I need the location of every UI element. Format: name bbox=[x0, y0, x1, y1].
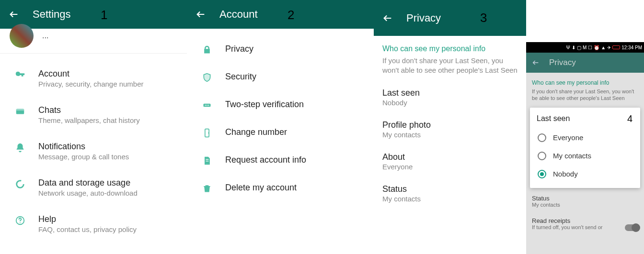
settings-item-account[interactable]: Account Privacy, security, change number bbox=[0, 60, 187, 97]
back-icon[interactable] bbox=[532, 59, 540, 66]
privacy-dialog-screen: Ψ ⬇ ▢ M ☐ ⏰ ▲ ✈ 12:34 PM Privacy Who can… bbox=[526, 0, 644, 254]
data-usage-icon bbox=[10, 178, 31, 189]
privacy-item-read-receipts[interactable]: Read receipts If turned off, you won't s… bbox=[526, 212, 644, 235]
section-note: If you don't share your Last Seen, you w… bbox=[526, 88, 644, 106]
back-icon[interactable] bbox=[9, 9, 19, 20]
svg-rect-1 bbox=[16, 109, 24, 111]
alarm-icon: ⏰ bbox=[594, 45, 599, 50]
lock-icon bbox=[196, 44, 218, 55]
svg-point-7 bbox=[207, 105, 207, 106]
step-number-2: 2 bbox=[288, 8, 294, 22]
option-label: Nobody bbox=[553, 170, 578, 178]
privacy-item-status[interactable]: Status My contacts bbox=[374, 177, 526, 210]
row-title: Account bbox=[38, 69, 177, 79]
option-label: Everyone bbox=[553, 133, 583, 142]
account-item-request-info[interactable]: Request account info bbox=[187, 146, 374, 174]
clock-text: 12:34 PM bbox=[621, 45, 642, 50]
header-privacy-dim: Privacy bbox=[526, 53, 644, 73]
rec-icon: ☐ bbox=[588, 45, 592, 50]
step-number-1: 1 bbox=[101, 8, 107, 22]
privacy-screen: Privacy 3 Who can see my personal info I… bbox=[374, 0, 526, 254]
option-nobody[interactable]: Nobody bbox=[537, 165, 633, 183]
privacy-item-profile-photo[interactable]: Profile photo My contacts bbox=[374, 113, 526, 145]
row-title: Last seen bbox=[382, 88, 518, 98]
help-icon bbox=[10, 214, 31, 226]
account-item-delete[interactable]: Delete my account bbox=[187, 174, 374, 202]
settings-item-help[interactable]: Help FAQ, contact us, privacy policy bbox=[0, 206, 187, 242]
settings-item-chats[interactable]: Chats Theme, wallpapers, chat history bbox=[0, 97, 187, 133]
step-number-3: 3 bbox=[480, 11, 487, 25]
privacy-item-last-seen[interactable]: Last seen Nobody bbox=[374, 81, 526, 113]
header-title: Account bbox=[219, 8, 258, 21]
row-title: Data and storage usage bbox=[38, 178, 177, 188]
phone-swap-icon bbox=[196, 127, 218, 138]
row-title: Help bbox=[38, 214, 177, 224]
account-item-two-step[interactable]: Two-step verification bbox=[187, 91, 374, 119]
svg-rect-10 bbox=[206, 159, 209, 160]
account-screen: Account 2 Privacy Security Two-step veri… bbox=[187, 0, 374, 254]
dialog-title: Last seen bbox=[537, 114, 633, 123]
row-title: Privacy bbox=[225, 44, 364, 54]
profile-status: ... bbox=[42, 32, 48, 40]
row-subtitle: FAQ, contact us, privacy policy bbox=[38, 225, 177, 233]
row-title: Status bbox=[532, 195, 638, 202]
download-icon: ⬇ bbox=[572, 45, 575, 50]
back-icon[interactable] bbox=[382, 13, 393, 23]
option-my-contacts[interactable]: My contacts bbox=[537, 147, 633, 165]
account-item-change-number[interactable]: Change number bbox=[187, 119, 374, 146]
header-account: Account bbox=[187, 0, 374, 29]
header-title: Privacy bbox=[406, 12, 441, 24]
row-title: Request account info bbox=[225, 155, 364, 165]
row-subtitle: Theme, wallpapers, chat history bbox=[38, 116, 177, 124]
pin-icon bbox=[196, 99, 218, 110]
avatar bbox=[10, 24, 34, 48]
row-title: Notifications bbox=[38, 142, 177, 152]
account-item-privacy[interactable]: Privacy bbox=[187, 35, 374, 63]
option-everyone[interactable]: Everyone bbox=[537, 129, 633, 147]
row-title: Security bbox=[225, 72, 364, 82]
psi-icon: Ψ bbox=[566, 45, 570, 50]
account-item-security[interactable]: Security bbox=[187, 63, 374, 91]
svg-point-8 bbox=[208, 105, 209, 106]
key-icon bbox=[10, 69, 31, 80]
row-subtitle: Everyone bbox=[382, 163, 518, 171]
back-icon[interactable] bbox=[196, 9, 206, 20]
privacy-item-status[interactable]: Status My contacts bbox=[526, 190, 644, 212]
svg-point-4 bbox=[20, 222, 21, 223]
radio-icon bbox=[538, 170, 546, 178]
row-subtitle: Privacy, security, change number bbox=[38, 80, 177, 88]
row-title: Two-step verification bbox=[225, 99, 364, 110]
mail-icon: M bbox=[583, 45, 586, 50]
profile-row[interactable]: ... bbox=[0, 29, 187, 54]
bell-icon bbox=[10, 142, 31, 153]
trash-icon bbox=[196, 183, 218, 193]
svg-point-6 bbox=[205, 105, 206, 106]
radio-icon bbox=[538, 133, 546, 142]
row-title: About bbox=[382, 152, 518, 162]
row-subtitle: My contacts bbox=[382, 131, 518, 139]
row-subtitle: Message, group & call tones bbox=[38, 153, 177, 161]
row-subtitle: If turned off, you won't send or bbox=[532, 224, 638, 230]
row-title: Profile photo bbox=[382, 120, 518, 130]
battery-icon bbox=[612, 45, 620, 49]
header-privacy: Privacy bbox=[374, 0, 526, 36]
header-title: Settings bbox=[33, 8, 71, 21]
row-subtitle: My contacts bbox=[382, 195, 518, 203]
section-header: Who can see my personal info bbox=[374, 36, 526, 56]
settings-screen: Settings 1 ... Account Privacy, security… bbox=[0, 0, 187, 254]
settings-item-notifications[interactable]: Notifications Message, group & call tone… bbox=[0, 133, 187, 169]
status-bar: Ψ ⬇ ▢ M ☐ ⏰ ▲ ✈ 12:34 PM bbox=[526, 42, 644, 53]
chat-icon bbox=[10, 105, 31, 117]
toggle-switch[interactable] bbox=[625, 224, 639, 231]
square-icon: ▢ bbox=[577, 45, 581, 50]
airplane-icon: ✈ bbox=[607, 45, 611, 50]
shield-icon bbox=[196, 72, 218, 82]
header-title: Privacy bbox=[549, 58, 576, 67]
privacy-item-about[interactable]: About Everyone bbox=[374, 145, 526, 177]
radio-icon bbox=[538, 152, 546, 160]
option-label: My contacts bbox=[553, 152, 591, 160]
section-note: If you don't share your Last Seen, you w… bbox=[374, 56, 526, 81]
settings-item-data-usage[interactable]: Data and storage usage Network usage, au… bbox=[0, 169, 187, 206]
row-title: Read receipts bbox=[532, 217, 638, 224]
row-title: Status bbox=[382, 184, 518, 194]
